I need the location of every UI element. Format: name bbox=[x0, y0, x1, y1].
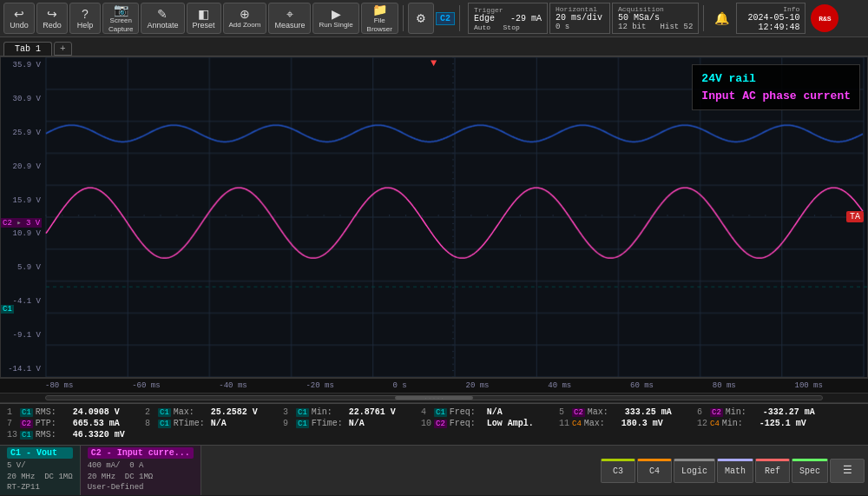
x-label-4: 0 s bbox=[393, 381, 407, 390]
tab-1[interactable]: Tab 1 bbox=[3, 42, 52, 56]
meas-7: 7 C2 PTP: 665.53 mA bbox=[7, 419, 141, 428]
x-label-7: 60 ms bbox=[630, 381, 654, 390]
file-browser-button[interactable]: 📁 File Browser bbox=[361, 3, 398, 34]
measure-button[interactable]: ⌖ Measure bbox=[268, 3, 311, 34]
x-label-5: 20 ms bbox=[466, 381, 490, 390]
info-date-panel: Info 2024-05-10 12:49:48 bbox=[736, 3, 806, 34]
meas-6: 6 C2 Min: -332.27 mA bbox=[697, 407, 832, 417]
x-label-9: 100 ms bbox=[795, 381, 823, 390]
x-label-1: -60 ms bbox=[132, 381, 160, 390]
add-tab-button[interactable]: + bbox=[54, 42, 72, 56]
measurements-row-1: 1 C1 RMS: 24.0908 V 2 C1 Max: 25.2582 V … bbox=[7, 407, 861, 417]
horizontal-scrollbar[interactable]: ····· bbox=[0, 393, 868, 403]
c1-status[interactable]: C1 - Vout 5 V/ 20 MHz DC 1MΩ RT-ZP11 bbox=[0, 446, 81, 495]
scroll-track[interactable]: ····· bbox=[45, 395, 823, 400]
c3-button[interactable]: C3 bbox=[601, 459, 635, 483]
meas-8: 8 C1 RTime: N/A bbox=[145, 419, 279, 428]
trigger-panel[interactable]: Trigger Edge -29 mA Auto Stop bbox=[468, 3, 548, 34]
folder-icon: 📁 bbox=[372, 3, 387, 16]
zoom-icon: ⊕ bbox=[240, 8, 250, 20]
x-label-2: -40 ms bbox=[219, 381, 247, 390]
alert-button[interactable]: 🔔 bbox=[708, 3, 734, 34]
menu-button[interactable]: ☰ bbox=[830, 459, 865, 483]
c1-channel-label: C1 bbox=[1, 305, 14, 314]
divider-2 bbox=[459, 5, 460, 31]
screen-capture-button[interactable]: 📷 Screen Capture bbox=[102, 3, 139, 34]
settings-button[interactable]: ⚙ bbox=[408, 3, 434, 34]
c2-status[interactable]: C2 - Input curre... 400 mA/ 0 A 20 MHz D… bbox=[81, 446, 201, 495]
brand-logo: R&S bbox=[811, 4, 838, 32]
measurements-row-3: 13 C1 RMS: 46.3320 mV bbox=[7, 430, 861, 440]
overlay-line2: Input AC phase current bbox=[701, 88, 851, 105]
x-label-0: -80 ms bbox=[45, 381, 73, 390]
overlay-line1: 24V rail bbox=[701, 70, 851, 88]
x-axis-labels: -80 ms -60 ms -40 ms -20 ms 0 s 20 ms 40… bbox=[0, 378, 868, 393]
undo-button[interactable]: ↩ Undo bbox=[3, 3, 35, 34]
trigger-arrow: ▼ bbox=[431, 57, 437, 69]
bottom-status-bar: C1 - Vout 5 V/ 20 MHz DC 1MΩ RT-ZP11 C2 … bbox=[0, 445, 868, 495]
measure-icon: ⌖ bbox=[286, 8, 293, 20]
c2-channel-label: C2 ▸ 3 V bbox=[1, 218, 42, 228]
bell-icon: 🔔 bbox=[714, 11, 729, 26]
divider-3 bbox=[703, 5, 704, 31]
gear-icon: ⚙ bbox=[417, 10, 425, 27]
meas-12: 12 C4 Min: -125.1 mV bbox=[697, 419, 832, 428]
meas-5: 5 C2 Max: 333.25 mA bbox=[559, 407, 694, 417]
preset-button[interactable]: ◧ Preset bbox=[187, 3, 221, 34]
help-button[interactable]: ? Help bbox=[69, 3, 101, 34]
run-icon: ▶ bbox=[332, 8, 341, 20]
c2-indicator-box: C2 bbox=[436, 12, 455, 25]
camera-icon: 📷 bbox=[114, 3, 128, 16]
help-icon: ? bbox=[82, 8, 89, 20]
c1-detail: 5 V/ 20 MHz DC 1MΩ RT-ZP11 bbox=[7, 460, 73, 493]
tab-bar: Tab 1 + bbox=[0, 37, 868, 56]
c2-detail: 400 mA/ 0 A 20 MHz DC 1MΩ User-Defined bbox=[88, 460, 194, 493]
meas-9: 9 C1 FTime: N/A bbox=[283, 419, 418, 428]
meas-3: 3 C1 Min: 22.8761 V bbox=[283, 407, 418, 417]
x-label-3: -20 ms bbox=[306, 381, 333, 390]
meas-11: 11 C4 Max: 180.3 mV bbox=[559, 419, 694, 428]
logic-button[interactable]: Logic bbox=[674, 459, 715, 483]
acquisition-panel[interactable]: Acquisition 50 MSa/s 12 bit Hist 52 bbox=[612, 3, 699, 34]
preset-icon: ◧ bbox=[198, 8, 209, 20]
redo-icon: ↪ bbox=[47, 8, 57, 20]
ref-button[interactable]: Ref bbox=[755, 459, 790, 483]
add-zoom-button[interactable]: ⊕ Add Zoom bbox=[223, 3, 267, 34]
divider-1 bbox=[403, 5, 404, 31]
spec-button[interactable]: Spec bbox=[792, 459, 828, 483]
measurements-panel: 1 C1 RMS: 24.0908 V 2 C1 Max: 25.2582 V … bbox=[0, 403, 868, 445]
c1-label: C1 - Vout bbox=[7, 447, 73, 459]
meas-10: 10 C2 Freq: Low Ampl. bbox=[421, 419, 556, 428]
c4-button[interactable]: C4 bbox=[637, 459, 672, 483]
redo-button[interactable]: ↪ Redo bbox=[36, 3, 68, 34]
math-button[interactable]: Math bbox=[717, 459, 753, 483]
meas-2: 2 C1 Max: 25.2582 V bbox=[145, 407, 279, 417]
status-middle bbox=[201, 446, 597, 495]
annotate-button[interactable]: ✎ Annotate bbox=[141, 3, 184, 34]
channel-overlay: 24V rail Input AC phase current bbox=[692, 64, 860, 110]
horizontal-panel[interactable]: Horizontal 20 ms/div 0 s bbox=[549, 3, 610, 34]
x-label-8: 80 ms bbox=[713, 381, 736, 390]
annotate-icon: ✎ bbox=[157, 8, 168, 20]
undo-icon: ↩ bbox=[14, 8, 24, 20]
meas-1: 1 C1 RMS: 24.0908 V bbox=[7, 407, 141, 417]
c2-label: C2 - Input curre... bbox=[88, 447, 194, 459]
run-single-button[interactable]: ▶ Run Single bbox=[312, 3, 358, 34]
ta-label: TA bbox=[846, 211, 864, 222]
toolbar: ↩ Undo ↪ Redo ? Help 📷 Screen Capture ✎ … bbox=[0, 0, 868, 37]
meas-13: 13 C1 RMS: 46.3320 mV bbox=[7, 430, 141, 440]
measurements-row-2: 7 C2 PTP: 665.53 mA 8 C1 RTime: N/A 9 C1… bbox=[7, 419, 861, 428]
oscilloscope-display: 35.9 V 30.9 V 25.9 V 20.9 V 15.9 V 10.9 … bbox=[0, 56, 868, 378]
right-channel-buttons: C3 C4 Logic Math Ref Spec ☰ bbox=[597, 446, 868, 495]
meas-4: 4 C1 Freq: N/A bbox=[421, 407, 556, 417]
x-label-6: 40 ms bbox=[548, 381, 571, 390]
